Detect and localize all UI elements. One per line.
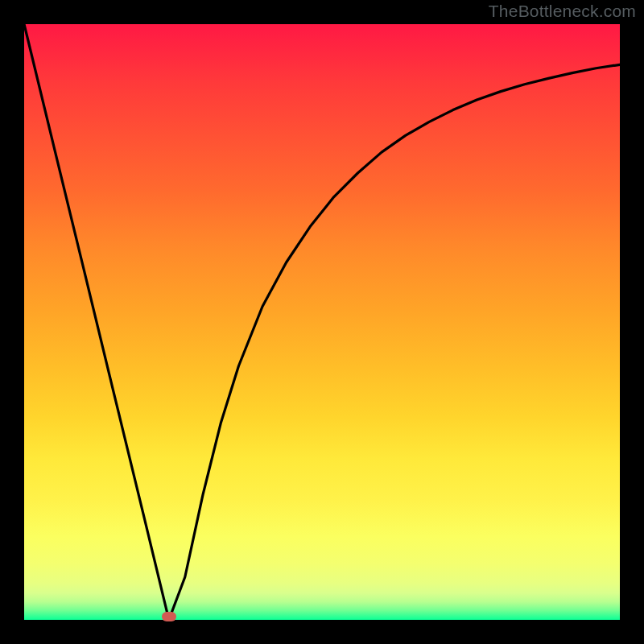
minimum-marker <box>162 612 176 621</box>
bottleneck-curve <box>24 24 620 620</box>
watermark-text: TheBottleneck.com <box>489 2 636 21</box>
curve-svg <box>24 24 620 620</box>
chart-frame: TheBottleneck.com <box>0 0 644 644</box>
plot-area <box>24 24 620 620</box>
